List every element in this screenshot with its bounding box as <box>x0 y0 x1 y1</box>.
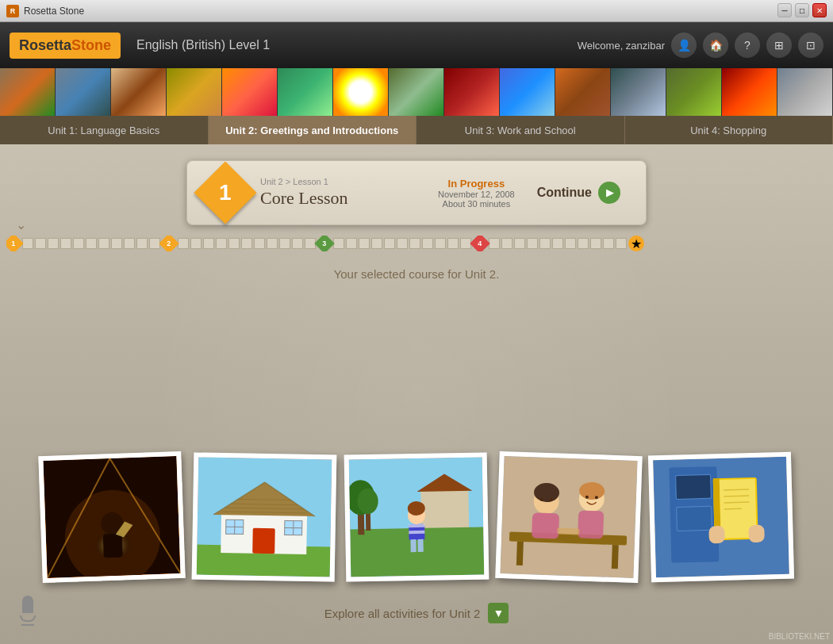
progress-sq-26[interactable] <box>371 238 382 249</box>
course-photo-3[interactable] <box>344 452 489 581</box>
svg-line-65 <box>724 496 749 496</box>
tab-unit1[interactable]: Unit 1: Language Basics <box>0 116 209 144</box>
lesson-number-badge: 1 <box>194 161 256 224</box>
minimize-button[interactable]: ─ <box>777 3 792 17</box>
play-icon: ▶ <box>598 182 620 204</box>
course-photo-2[interactable] <box>192 452 337 581</box>
tab-unit2[interactable]: Unit 2: Greetings and Introductions <box>209 116 417 144</box>
svg-rect-68 <box>708 526 725 544</box>
progress-sq-28[interactable] <box>397 238 408 249</box>
tab-unit4[interactable]: Unit 4: Shopping <box>625 116 834 144</box>
help-button[interactable]: ? <box>735 33 760 58</box>
svg-rect-38 <box>410 539 416 552</box>
progress-sq-5[interactable] <box>73 238 84 249</box>
strip-photo-5[interactable] <box>222 68 278 116</box>
svg-line-67 <box>724 508 742 509</box>
svg-line-64 <box>724 489 749 490</box>
progress-sq-21[interactable] <box>292 238 303 249</box>
microphone-icon <box>16 593 40 628</box>
progress-sq-30[interactable] <box>422 238 433 249</box>
progress-sq-6[interactable] <box>86 238 97 249</box>
progress-sq-44[interactable] <box>616 238 627 249</box>
collapse-arrow[interactable]: ⌄ <box>16 217 26 232</box>
progress-sq-36[interactable] <box>514 238 525 249</box>
progress-sq-35[interactable] <box>501 238 512 249</box>
progress-sq-29[interactable] <box>409 238 420 249</box>
grid-button[interactable]: ⊞ <box>766 33 792 58</box>
header: RosettaStone English (British) Level 1 W… <box>0 22 833 68</box>
progress-sq-20[interactable] <box>279 238 290 249</box>
settings-button[interactable]: ⊡ <box>798 33 823 58</box>
maximize-button[interactable]: □ <box>795 3 809 17</box>
course-photo-5[interactable] <box>648 452 794 583</box>
progress-sq-1[interactable] <box>22 238 33 249</box>
progress-sq-2[interactable] <box>35 238 46 249</box>
progress-sq-18[interactable] <box>254 238 265 249</box>
progress-sq-14[interactable] <box>203 238 214 249</box>
svg-rect-37 <box>409 531 424 534</box>
svg-rect-69 <box>748 525 765 543</box>
progress-sq-15[interactable] <box>216 238 227 249</box>
progress-sq-23[interactable] <box>333 238 344 249</box>
section-2-diamond[interactable]: 2 <box>159 236 178 251</box>
strip-photo-6[interactable] <box>278 68 333 116</box>
strip-photo-11[interactable] <box>555 68 611 116</box>
tab-unit3[interactable]: Unit 3: Work and School <box>416 116 625 144</box>
strip-photo-14[interactable] <box>722 68 777 116</box>
course-photo-4[interactable] <box>495 451 642 583</box>
progress-sq-17[interactable] <box>241 238 252 249</box>
strip-photo-1[interactable] <box>0 68 56 116</box>
progress-sq-9[interactable] <box>124 238 135 249</box>
progress-sq-40[interactable] <box>565 238 576 249</box>
section-4-diamond[interactable]: 4 <box>470 236 489 251</box>
progress-sq-31[interactable] <box>435 238 446 249</box>
section-1-diamond[interactable]: 1 <box>6 236 24 251</box>
progress-sq-41[interactable] <box>578 238 589 249</box>
svg-rect-46 <box>532 512 559 539</box>
progress-sq-7[interactable] <box>98 238 109 249</box>
progress-sq-8[interactable] <box>111 238 122 249</box>
status-duration: About 30 minutes <box>438 199 515 209</box>
progress-sq-34[interactable] <box>489 238 500 249</box>
strip-photo-8[interactable] <box>389 68 444 116</box>
photos-row <box>16 454 817 581</box>
strip-photo-13[interactable] <box>666 68 722 116</box>
explore-button[interactable]: ▼ <box>488 603 509 623</box>
main-content: 1 Unit 2 > Lesson 1 Core Lesson In Progr… <box>0 144 833 644</box>
strip-photo-7[interactable] <box>333 68 389 116</box>
progress-sq-42[interactable] <box>590 238 601 249</box>
home-button[interactable]: 🏠 <box>703 33 728 58</box>
strip-photo-2[interactable] <box>56 68 111 116</box>
progress-sq-39[interactable] <box>552 238 563 249</box>
strip-photo-4[interactable] <box>167 68 222 116</box>
progress-sq-3[interactable] <box>48 238 59 249</box>
strip-photo-15[interactable] <box>777 68 833 116</box>
progress-sq-27[interactable] <box>384 238 395 249</box>
profile-button[interactable]: 👤 <box>671 33 697 58</box>
strip-photo-9[interactable] <box>444 68 500 116</box>
strip-photo-12[interactable] <box>611 68 666 116</box>
strip-photo-10[interactable] <box>500 68 555 116</box>
progress-sq-13[interactable] <box>190 238 202 249</box>
close-button[interactable]: ✕ <box>812 3 827 17</box>
progress-sq-32[interactable] <box>447 238 459 249</box>
progress-sq-43[interactable] <box>603 238 614 249</box>
section-3-diamond[interactable]: 3 <box>314 236 334 251</box>
progress-sq-16[interactable] <box>228 238 240 249</box>
continue-button[interactable]: Continue ▶ <box>528 175 630 210</box>
progress-sq-25[interactable] <box>359 238 370 249</box>
progress-sq-24[interactable] <box>346 238 357 249</box>
strip-photo-3[interactable] <box>111 68 167 116</box>
logo[interactable]: RosettaStone <box>10 33 121 59</box>
course-photo-1[interactable] <box>38 451 185 583</box>
svg-rect-58 <box>677 506 712 531</box>
progress-sq-12[interactable] <box>178 238 189 249</box>
progress-sq-38[interactable] <box>539 238 551 249</box>
progress-sq-4[interactable] <box>60 238 71 249</box>
course-text: Your selected course for Unit 2. <box>0 267 833 281</box>
status-label: In Progress <box>438 178 515 190</box>
svg-line-66 <box>724 502 750 503</box>
progress-sq-19[interactable] <box>267 238 278 249</box>
progress-sq-37[interactable] <box>527 238 538 249</box>
progress-sq-10[interactable] <box>136 238 148 249</box>
